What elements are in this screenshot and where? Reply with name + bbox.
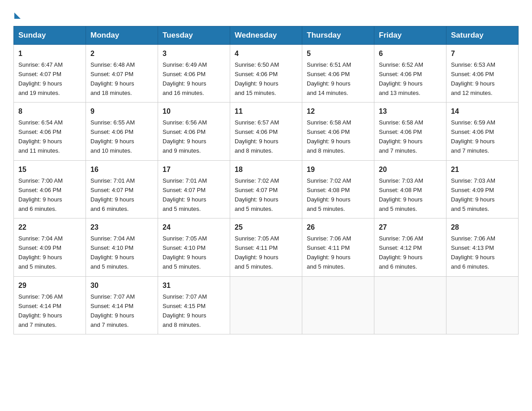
day-number: 21 <box>451 164 514 176</box>
day-number: 20 <box>379 164 442 176</box>
calendar-day-cell <box>374 276 446 334</box>
calendar-day-cell: 25Sunrise: 7:05 AMSunset: 4:11 PMDayligh… <box>230 218 302 276</box>
day-number: 17 <box>163 164 225 176</box>
calendar-day-cell: 15Sunrise: 7:00 AMSunset: 4:06 PMDayligh… <box>14 160 86 218</box>
calendar-day-cell: 31Sunrise: 7:07 AMSunset: 4:15 PMDayligh… <box>158 276 230 334</box>
calendar-day-cell: 14Sunrise: 6:59 AMSunset: 4:06 PMDayligh… <box>446 103 519 160</box>
day-number: 3 <box>163 48 225 60</box>
calendar-day-cell: 20Sunrise: 7:03 AMSunset: 4:08 PMDayligh… <box>374 160 446 218</box>
day-number: 9 <box>90 106 153 117</box>
day-info: Sunrise: 7:07 AMSunset: 4:14 PMDaylight:… <box>90 293 135 328</box>
calendar-day-cell: 10Sunrise: 6:56 AMSunset: 4:06 PMDayligh… <box>158 103 230 160</box>
day-info: Sunrise: 7:07 AMSunset: 4:15 PMDaylight:… <box>163 293 207 328</box>
day-info: Sunrise: 6:53 AMSunset: 4:06 PMDaylight:… <box>451 61 495 96</box>
calendar-week-row: 8Sunrise: 6:54 AMSunset: 4:06 PMDaylight… <box>14 103 519 160</box>
calendar-day-cell: 24Sunrise: 7:05 AMSunset: 4:10 PMDayligh… <box>158 218 230 276</box>
calendar-day-cell: 21Sunrise: 7:03 AMSunset: 4:09 PMDayligh… <box>446 160 519 218</box>
calendar-day-cell: 22Sunrise: 7:04 AMSunset: 4:09 PMDayligh… <box>14 218 86 276</box>
logo-triangle-icon <box>14 13 21 19</box>
day-number: 22 <box>18 222 81 233</box>
header-monday: Monday <box>86 26 158 45</box>
day-info: Sunrise: 7:01 AMSunset: 4:07 PMDaylight:… <box>163 177 207 212</box>
day-info: Sunrise: 7:01 AMSunset: 4:07 PMDaylight:… <box>90 177 135 212</box>
day-info: Sunrise: 7:06 AMSunset: 4:11 PMDaylight:… <box>307 235 351 270</box>
logo <box>13 11 21 18</box>
header-friday: Friday <box>374 26 446 45</box>
day-number: 5 <box>307 48 369 60</box>
day-number: 31 <box>163 280 225 291</box>
day-info: Sunrise: 6:58 AMSunset: 4:06 PMDaylight:… <box>379 119 423 154</box>
calendar-day-cell: 8Sunrise: 6:54 AMSunset: 4:06 PMDaylight… <box>14 103 86 160</box>
day-number: 25 <box>235 222 297 233</box>
day-number: 6 <box>379 48 442 60</box>
calendar-day-cell: 16Sunrise: 7:01 AMSunset: 4:07 PMDayligh… <box>86 160 158 218</box>
day-info: Sunrise: 6:48 AMSunset: 4:07 PMDaylight:… <box>90 61 135 96</box>
day-info: Sunrise: 6:58 AMSunset: 4:06 PMDaylight:… <box>307 119 351 154</box>
day-number: 28 <box>451 222 514 233</box>
day-info: Sunrise: 7:06 AMSunset: 4:12 PMDaylight:… <box>379 235 423 270</box>
day-info: Sunrise: 6:52 AMSunset: 4:06 PMDaylight:… <box>379 61 423 96</box>
day-info: Sunrise: 6:59 AMSunset: 4:06 PMDaylight:… <box>451 119 495 154</box>
day-number: 16 <box>90 164 153 176</box>
header-saturday: Saturday <box>446 26 519 45</box>
calendar-day-cell: 3Sunrise: 6:49 AMSunset: 4:06 PMDaylight… <box>158 45 230 103</box>
day-number: 30 <box>90 280 153 291</box>
day-info: Sunrise: 6:50 AMSunset: 4:06 PMDaylight:… <box>235 61 279 96</box>
calendar-day-cell: 27Sunrise: 7:06 AMSunset: 4:12 PMDayligh… <box>374 218 446 276</box>
calendar-day-cell: 1Sunrise: 6:47 AMSunset: 4:07 PMDaylight… <box>14 45 86 103</box>
calendar-day-cell <box>446 276 519 334</box>
calendar-day-cell: 2Sunrise: 6:48 AMSunset: 4:07 PMDaylight… <box>86 45 158 103</box>
day-info: Sunrise: 7:04 AMSunset: 4:10 PMDaylight:… <box>90 235 135 270</box>
day-info: Sunrise: 7:06 AMSunset: 4:14 PMDaylight:… <box>18 293 63 328</box>
calendar-week-row: 1Sunrise: 6:47 AMSunset: 4:07 PMDaylight… <box>14 45 519 103</box>
calendar-header-row: SundayMondayTuesdayWednesdayThursdayFrid… <box>14 26 519 45</box>
day-number: 23 <box>90 222 153 233</box>
calendar-day-cell: 11Sunrise: 6:57 AMSunset: 4:06 PMDayligh… <box>230 103 302 160</box>
calendar-day-cell: 12Sunrise: 6:58 AMSunset: 4:06 PMDayligh… <box>302 103 374 160</box>
calendar-table: SundayMondayTuesdayWednesdayThursdayFrid… <box>13 26 519 334</box>
header-tuesday: Tuesday <box>158 26 230 45</box>
calendar-day-cell: 7Sunrise: 6:53 AMSunset: 4:06 PMDaylight… <box>446 45 519 103</box>
calendar-day-cell: 18Sunrise: 7:02 AMSunset: 4:07 PMDayligh… <box>230 160 302 218</box>
day-info: Sunrise: 6:47 AMSunset: 4:07 PMDaylight:… <box>18 61 63 96</box>
calendar-day-cell: 19Sunrise: 7:02 AMSunset: 4:08 PMDayligh… <box>302 160 374 218</box>
day-number: 24 <box>163 222 225 233</box>
calendar-week-row: 22Sunrise: 7:04 AMSunset: 4:09 PMDayligh… <box>14 218 519 276</box>
header-wednesday: Wednesday <box>230 26 302 45</box>
calendar-week-row: 15Sunrise: 7:00 AMSunset: 4:06 PMDayligh… <box>14 160 519 218</box>
calendar-day-cell <box>230 276 302 334</box>
page-header <box>13 11 519 18</box>
day-number: 4 <box>235 48 297 60</box>
day-number: 12 <box>307 106 369 117</box>
calendar-day-cell: 13Sunrise: 6:58 AMSunset: 4:06 PMDayligh… <box>374 103 446 160</box>
calendar-day-cell <box>302 276 374 334</box>
day-number: 1 <box>18 48 81 60</box>
day-number: 14 <box>451 106 514 117</box>
day-info: Sunrise: 7:02 AMSunset: 4:08 PMDaylight:… <box>307 177 351 212</box>
day-number: 18 <box>235 164 297 176</box>
day-info: Sunrise: 7:02 AMSunset: 4:07 PMDaylight:… <box>235 177 279 212</box>
calendar-day-cell: 9Sunrise: 6:55 AMSunset: 4:06 PMDaylight… <box>86 103 158 160</box>
day-number: 13 <box>379 106 442 117</box>
calendar-day-cell: 30Sunrise: 7:07 AMSunset: 4:14 PMDayligh… <box>86 276 158 334</box>
day-info: Sunrise: 7:05 AMSunset: 4:11 PMDaylight:… <box>235 235 279 270</box>
day-number: 2 <box>90 48 153 60</box>
day-number: 10 <box>163 106 225 117</box>
calendar-day-cell: 29Sunrise: 7:06 AMSunset: 4:14 PMDayligh… <box>14 276 86 334</box>
calendar-day-cell: 4Sunrise: 6:50 AMSunset: 4:06 PMDaylight… <box>230 45 302 103</box>
header-thursday: Thursday <box>302 26 374 45</box>
day-info: Sunrise: 7:03 AMSunset: 4:09 PMDaylight:… <box>451 177 495 212</box>
header-sunday: Sunday <box>14 26 86 45</box>
day-info: Sunrise: 7:05 AMSunset: 4:10 PMDaylight:… <box>163 235 207 270</box>
calendar-week-row: 29Sunrise: 7:06 AMSunset: 4:14 PMDayligh… <box>14 276 519 334</box>
day-number: 8 <box>18 106 81 117</box>
calendar-day-cell: 17Sunrise: 7:01 AMSunset: 4:07 PMDayligh… <box>158 160 230 218</box>
calendar-day-cell: 6Sunrise: 6:52 AMSunset: 4:06 PMDaylight… <box>374 45 446 103</box>
day-info: Sunrise: 6:57 AMSunset: 4:06 PMDaylight:… <box>235 119 279 154</box>
day-number: 29 <box>18 280 81 291</box>
day-info: Sunrise: 6:54 AMSunset: 4:06 PMDaylight:… <box>18 119 63 154</box>
day-info: Sunrise: 6:51 AMSunset: 4:06 PMDaylight:… <box>307 61 351 96</box>
day-number: 11 <box>235 106 297 117</box>
day-info: Sunrise: 6:55 AMSunset: 4:06 PMDaylight:… <box>90 119 135 154</box>
day-number: 27 <box>379 222 442 233</box>
